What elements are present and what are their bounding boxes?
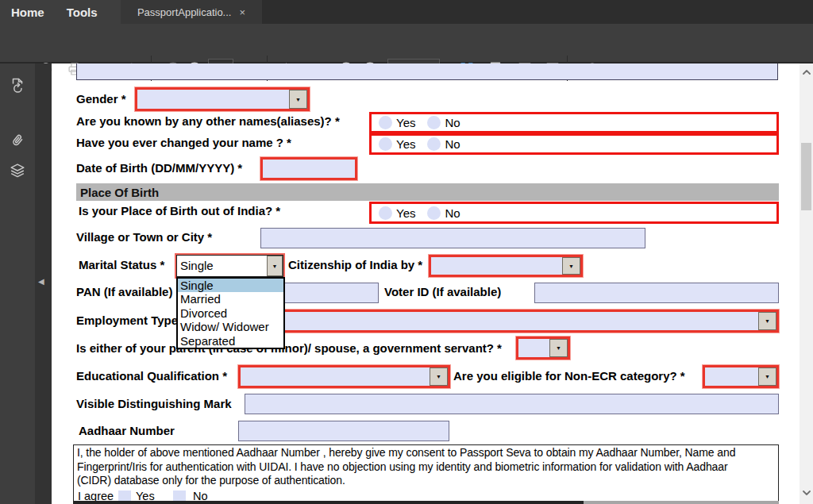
tab-tools[interactable]: Tools [67,6,98,19]
dropdown-option[interactable]: Married [178,292,283,306]
consent-line: Fingerprint/Iris for authentication with… [77,460,775,475]
birth-out-label: Is your Place of Birth out of India? * [79,205,280,217]
yes-label: Yes [396,116,415,129]
tab-home[interactable]: Home [11,6,44,19]
aliases-yes-radio[interactable] [379,116,392,129]
no-label: No [445,116,460,129]
govt-servant-select[interactable]: ▼ [516,337,570,360]
tab-bar: Home Tools PassportApplicatio... × [0,0,813,24]
changed-name-radio-group: Yes No [369,133,779,155]
section-title: Place Of Birth [80,186,159,199]
gender-select[interactable]: ▼ [135,87,310,111]
non-ecr-label: Are you eligible for Non-ECR category? * [453,370,685,383]
dob-label: Date of Birth (DD/MM/YYYY) * [76,162,242,175]
scrollbar-thumb[interactable] [801,143,811,210]
birth-out-radio-group: Yes No [369,202,779,224]
consent-line: I, the holder of above mentioned Aadhaar… [77,446,775,460]
chevron-down-icon[interactable]: ▼ [267,256,283,276]
document-tab[interactable]: PassportApplicatio... × [121,0,262,24]
village-input[interactable] [260,228,645,248]
dob-input[interactable] [260,157,357,180]
education-select[interactable]: ▼ [238,365,450,388]
aliases-no-radio[interactable] [427,116,441,129]
dropdown-option[interactable]: Widow/ Widower [178,320,283,333]
aadhaar-input[interactable] [238,421,449,441]
consent-line: (CIDR) database only for the purpose of … [77,474,775,488]
voter-input[interactable] [534,283,779,303]
employment-select[interactable]: ▼ [242,310,779,333]
voter-label: Voter ID (If available) [384,286,501,298]
clipped-next-section [73,501,584,504]
close-tab-icon[interactable]: × [239,7,245,17]
nav-tabs: Home Tools [0,0,121,24]
marital-dropdown-list[interactable]: SingleMarriedDivorcedWidow/ WidowerSepar… [176,277,285,349]
left-rail [0,63,35,504]
section-place-of-birth: Place Of Birth [76,183,779,201]
citizenship-label: Citizenship of India by * [288,259,422,271]
scroll-down-icon[interactable] [801,487,812,498]
collapse-panel-icon[interactable]: ◀ [38,277,44,286]
chevron-down-icon[interactable]: ▼ [758,367,776,386]
document-tab-title: PassportApplicatio... [137,6,232,18]
birth-out-yes-radio[interactable] [379,206,392,220]
chevron-down-icon[interactable]: ▼ [562,257,580,275]
aliases-radio-group: Yes No [369,112,779,133]
aliases-label: Are you known by any other names(aliases… [76,115,340,128]
birth-out-no-radio[interactable] [427,206,441,220]
layers-icon[interactable] [8,161,27,180]
marital-selected-value: Single [180,259,214,272]
education-label: Educational Qualification * [76,370,227,383]
no-label: No [445,206,460,220]
chevron-down-icon[interactable]: ▼ [758,312,776,330]
pan-label: PAN (If available) [76,286,172,298]
dropdown-option[interactable]: Divorced [178,306,283,320]
mark-input[interactable] [245,394,779,414]
aadhaar-label: Aadhaar Number [79,425,175,437]
toolbar: / 3 101% ▼ [0,24,813,63]
marital-select[interactable]: Single ▼ [176,255,283,277]
yes-label: Yes [396,137,415,151]
no-label: No [445,137,460,151]
vertical-scrollbar[interactable] [800,63,813,504]
yes-label: Yes [396,206,415,220]
chevron-down-icon[interactable]: ▼ [289,90,307,109]
mark-label: Visible Distinguishing Mark [76,398,232,410]
marital-label: Marital Status * [79,259,164,271]
changed-name-no-radio[interactable] [427,137,441,151]
non-ecr-select[interactable]: ▼ [703,365,779,388]
acrobat-window: { "window": { "nav_tabs": [ {"label": "H… [0,0,813,504]
clipped-next-section [584,501,779,504]
village-label: Village or Town or City * [76,231,212,244]
dropdown-option[interactable]: Separated [178,334,283,348]
dropdown-option[interactable]: Single [178,279,283,292]
scroll-up-icon[interactable] [801,67,812,78]
export-pdf-icon[interactable] [8,76,27,95]
changed-name-yes-radio[interactable] [379,137,392,151]
gender-label: Gender * [76,93,126,106]
govt-servant-label: Is either of your parent (in case of min… [76,342,502,355]
chevron-down-icon[interactable]: ▼ [549,339,568,357]
truncated-top-field[interactable] [76,63,778,80]
attachments-icon[interactable] [8,131,27,150]
chevron-down-icon[interactable]: ▼ [430,367,448,386]
changed-name-label: Have you ever changed your name ? * [76,137,291,149]
employment-label: Employment Type [76,314,178,327]
citizenship-select[interactable]: ▼ [429,255,583,277]
